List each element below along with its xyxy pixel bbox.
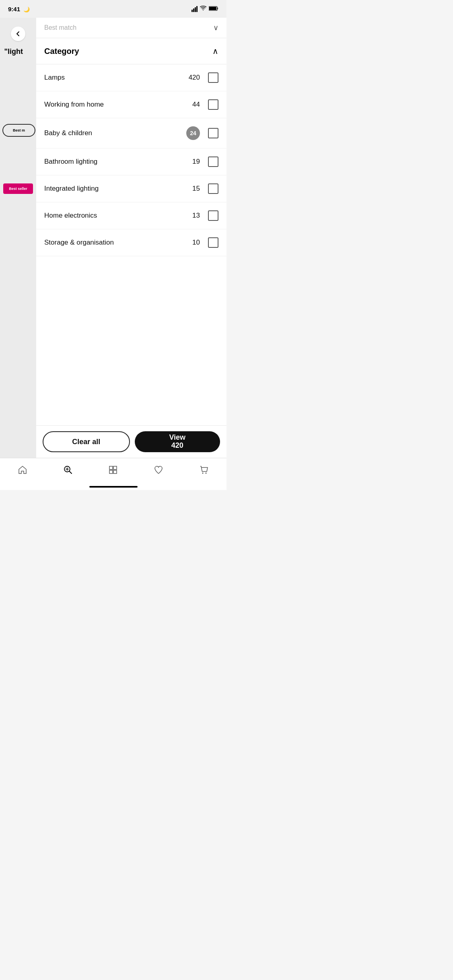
category-count-badge: 24 [186,126,200,140]
category-item-name: Baby & children [44,129,183,138]
status-icons [191,6,218,12]
nav-item-favorites[interactable] [148,465,169,477]
clear-all-button[interactable]: Clear all [43,431,130,452]
svg-rect-10 [109,466,113,469]
wifi-icon [200,6,206,12]
category-checkbox[interactable] [208,99,218,110]
category-count: 420 [189,74,200,82]
heart-icon [154,465,163,477]
best-match-header[interactable]: Best match ∨ [36,18,226,38]
svg-rect-13 [113,470,117,474]
status-time: 9:41 🌙 [8,6,30,12]
nav-item-store[interactable] [103,465,123,477]
search-icon [63,465,73,477]
home-indicator [89,486,138,488]
svg-rect-12 [109,470,113,474]
filter-panel: Best match ∨ Category ∧ Lamps420Working … [36,18,226,458]
category-checkbox[interactable] [208,72,218,83]
category-item-name: Lamps [44,73,185,82]
category-item[interactable]: Bathroom lighting19 [36,148,226,175]
view-button[interactable]: View 420 [135,431,220,452]
best-match-button[interactable]: Best m [2,124,35,137]
category-item-name: Integrated lighting [44,184,189,193]
battery-icon [209,6,218,12]
category-checkbox[interactable] [208,237,218,248]
back-area: "light [0,18,36,458]
category-item[interactable]: Working from home44 [36,91,226,118]
category-list: Lamps420Working from home44Baby & childr… [36,64,226,425]
category-header[interactable]: Category ∧ [36,38,226,64]
chevron-down-icon: ∨ [213,23,218,32]
category-item-name: Home electronics [44,211,189,220]
category-item[interactable]: Storage & organisation10 [36,229,226,256]
category-checkbox[interactable] [208,210,218,221]
category-count: 15 [192,185,200,193]
nav-item-cart[interactable] [194,465,214,477]
best-match-text: Best match [44,24,76,31]
category-item[interactable]: Lamps420 [36,64,226,91]
category-title: Category [44,47,79,56]
cart-icon [199,465,209,477]
best-seller-badge: Best seller [3,183,33,194]
svg-point-15 [205,472,206,474]
category-item-name: Bathroom lighting [44,157,189,166]
home-icon [18,465,27,477]
category-count: 10 [192,239,200,247]
back-button[interactable] [11,27,25,41]
nav-item-search[interactable] [58,465,78,477]
category-checkbox[interactable] [208,183,218,194]
nav-item-home[interactable] [12,465,33,477]
category-count: 13 [192,212,200,220]
moon-icon: 🌙 [23,6,30,12]
store-icon [108,465,118,477]
category-count: 19 [192,158,200,166]
category-checkbox[interactable] [208,156,218,167]
category-item-name: Storage & organisation [44,238,189,247]
svg-rect-11 [113,466,117,469]
bottom-navigation [0,458,226,490]
signal-icon [191,6,198,12]
category-item[interactable]: Baby & children24 [36,118,226,148]
chevron-up-icon: ∧ [212,46,218,56]
category-checkbox[interactable] [208,128,218,138]
svg-line-7 [69,471,72,474]
status-bar: 9:41 🌙 [0,0,226,18]
category-item[interactable]: Home electronics13 [36,202,226,229]
bottom-actions: Clear all View 420 [36,425,226,458]
search-query: "light [1,47,35,56]
svg-rect-1 [209,7,216,10]
category-item-name: Working from home [44,100,189,109]
svg-point-14 [202,472,203,474]
category-count: 44 [192,101,200,109]
category-item[interactable]: Integrated lighting15 [36,175,226,202]
